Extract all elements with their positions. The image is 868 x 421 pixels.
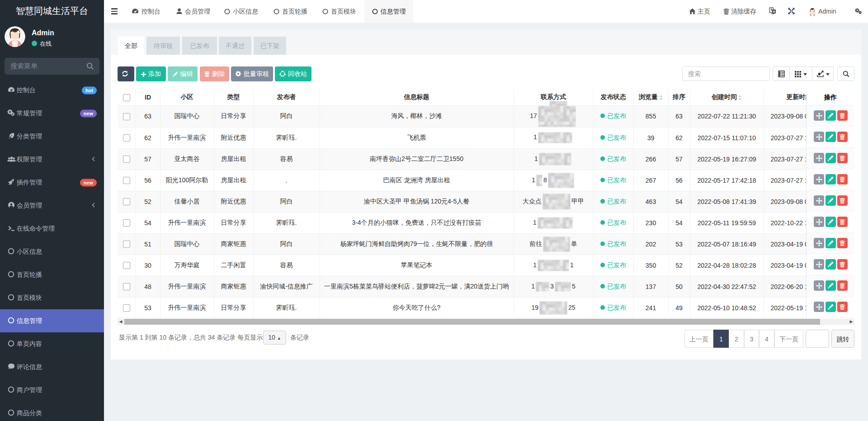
svg-text:A: A [773, 10, 775, 13]
